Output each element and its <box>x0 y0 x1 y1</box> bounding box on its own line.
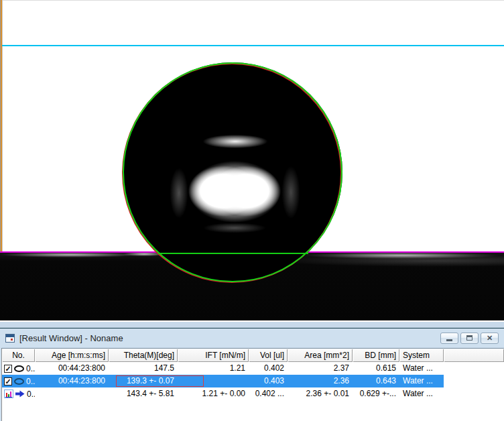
result-window-titlebar[interactable]: [Result Window] - Noname ✕ <box>0 328 504 347</box>
ellipse-method-icon <box>14 378 24 385</box>
table-header-row: No. Age [h:m:s:ms] Theta(M)[deg] IFT [mN… <box>2 349 504 362</box>
table-row-selected[interactable]: ✓ 0... 00:44:23:800 139.3 +- 0.07 0.403 … <box>2 375 504 387</box>
row-number: 0... <box>26 377 35 386</box>
needle-vertical-marker <box>0 0 3 253</box>
restore-icon <box>466 335 472 341</box>
cell-bd: 0.643 <box>353 375 399 387</box>
table-row[interactable]: ✓ 0... 00:44:23:800 147.5 1.21 0.402 2.3… <box>2 362 504 375</box>
column-header-ift[interactable]: IFT [mN/m] <box>178 349 249 362</box>
window-title: [Result Window] - Noname <box>19 333 123 343</box>
result-table: No. Age [h:m:s:ms] Theta(M)[deg] IFT [mN… <box>1 348 504 421</box>
window-controls: ✕ <box>440 333 500 344</box>
close-icon: ✕ <box>487 335 493 342</box>
row-number: 0... <box>26 364 35 373</box>
app-stage: [Result Window] - Noname ✕ No. Age [h:m:… <box>0 0 504 421</box>
column-header-vol[interactable]: Vol [ul] <box>249 349 288 362</box>
cell-age: 00:44:23:800 <box>35 362 109 375</box>
cell-ift: 1.21 <box>178 362 249 375</box>
circle-fit-overlay-green <box>123 62 342 282</box>
column-header-no[interactable]: No. <box>2 349 35 362</box>
minimize-icon <box>446 339 452 341</box>
cell-age <box>35 387 109 400</box>
row-checkbox[interactable]: ✓ <box>4 377 12 385</box>
column-header-system[interactable]: System <box>399 349 444 362</box>
cell-theta: 139.3 +- 0.07 <box>109 375 178 387</box>
cell-system: Water ... <box>399 387 444 400</box>
ellipse-method-icon <box>14 365 24 372</box>
result-window: [Result Window] - Noname ✕ No. Age [h:m:… <box>0 328 504 421</box>
table-row-statistics[interactable]: 0... 143.4 +- 5.81 1.21 +- 0.00 0.402 ..… <box>2 387 504 400</box>
minimize-button[interactable] <box>440 333 458 344</box>
cell-area: 2.36 +- 0.01 <box>288 387 353 400</box>
column-header-age[interactable]: Age [h:m:s:ms] <box>35 349 109 362</box>
cell-system: Water ... <box>399 362 444 375</box>
row-number: 0... <box>27 389 35 399</box>
cell-theta: 147.5 <box>109 362 178 375</box>
cell-age: 00:44:23:800 <box>35 375 109 387</box>
camera-view <box>0 0 504 320</box>
cell-bd: 0.629 +-... <box>353 387 399 400</box>
statistics-chart-icon <box>4 389 13 398</box>
workspace-background <box>0 320 504 328</box>
cell-vol: 0.402 ... <box>249 387 288 400</box>
cell-system: Water ... <box>399 375 444 387</box>
column-header-theta[interactable]: Theta(M)[deg] <box>109 349 178 362</box>
camera-top-border <box>0 0 504 1</box>
restore-button[interactable] <box>460 333 479 344</box>
cell-ift: 1.21 +- 0.00 <box>178 387 249 400</box>
column-header-area[interactable]: Area [mm*2] <box>288 349 353 362</box>
reference-line-cyan <box>2 45 504 46</box>
row-checkbox[interactable]: ✓ <box>4 365 12 373</box>
cell-area: 2.36 <box>288 375 353 387</box>
baseline-chord-green <box>158 253 308 254</box>
mean-row-arrow-icon <box>15 390 25 398</box>
column-header-filler[interactable] <box>444 349 504 362</box>
result-window-icon <box>5 334 15 343</box>
cell-vol: 0.403 <box>249 375 288 387</box>
column-header-bd[interactable]: BD [mm] <box>353 349 399 362</box>
cell-ift <box>178 375 249 387</box>
cell-area: 2.37 <box>288 362 353 375</box>
cell-theta: 143.4 +- 5.81 <box>109 387 178 400</box>
cell-bd: 0.615 <box>353 362 399 375</box>
cell-vol: 0.402 <box>249 362 288 375</box>
close-button[interactable]: ✕ <box>481 333 499 344</box>
